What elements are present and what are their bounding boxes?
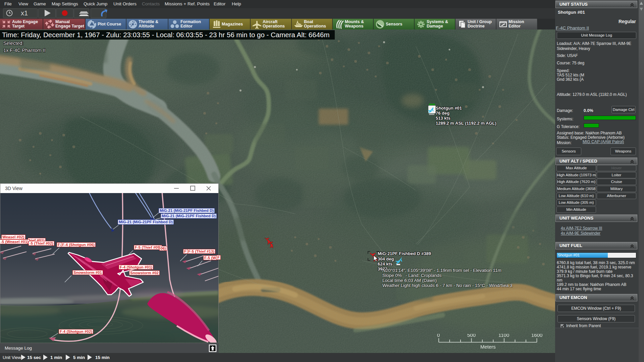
- svg-text:0: 0: [437, 334, 440, 338]
- svg-text:x1: x1: [21, 9, 28, 17]
- svg-text:1600: 1600: [531, 334, 542, 338]
- svg-text:500: 500: [467, 334, 476, 338]
- svg-text:Meters: Meters: [480, 344, 496, 350]
- svg-text:1100: 1100: [498, 334, 509, 338]
